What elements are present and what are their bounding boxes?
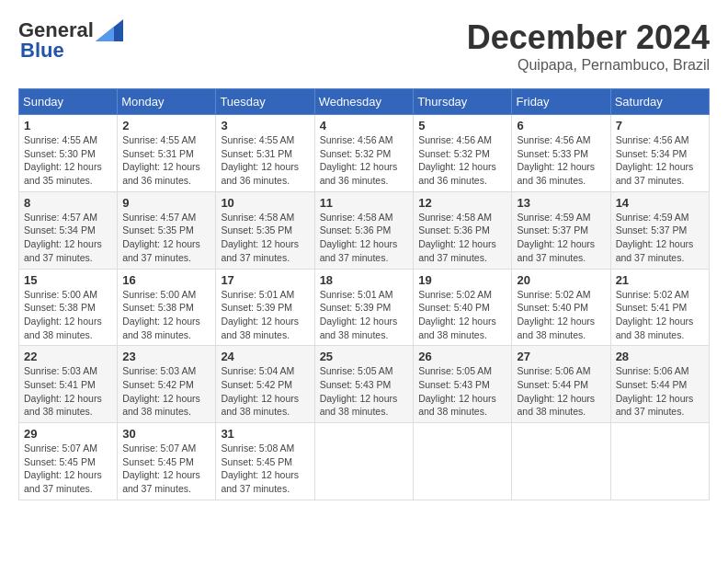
weekday-header: Monday: [118, 89, 216, 115]
calendar-cell: 4 Sunrise: 4:56 AMSunset: 5:32 PMDayligh…: [314, 115, 414, 192]
calendar-table: SundayMondayTuesdayWednesdayThursdayFrid…: [18, 88, 710, 500]
calendar-cell: 31 Sunrise: 5:08 AMSunset: 5:45 PMDaylig…: [216, 423, 314, 500]
day-info: Sunrise: 5:03 AMSunset: 5:41 PMDaylight:…: [24, 365, 102, 417]
day-number: 26: [418, 350, 506, 363]
day-number: 23: [122, 350, 210, 363]
day-info: Sunrise: 4:56 AMSunset: 5:32 PMDaylight:…: [418, 134, 496, 186]
day-info: Sunrise: 5:00 AMSunset: 5:38 PMDaylight:…: [122, 289, 200, 340]
day-info: Sunrise: 5:02 AMSunset: 5:40 PMDaylight:…: [418, 289, 496, 340]
calendar-cell: 7 Sunrise: 4:56 AMSunset: 5:34 PMDayligh…: [610, 115, 709, 192]
calendar-cell: 22 Sunrise: 5:03 AMSunset: 5:41 PMDaylig…: [19, 346, 118, 423]
day-number: 24: [221, 350, 309, 363]
day-info: Sunrise: 4:57 AMSunset: 5:35 PMDaylight:…: [122, 212, 200, 263]
day-info: Sunrise: 5:02 AMSunset: 5:40 PMDaylight:…: [517, 289, 595, 340]
day-number: 8: [24, 196, 112, 210]
calendar-cell: 9 Sunrise: 4:57 AMSunset: 5:35 PMDayligh…: [118, 191, 216, 269]
calendar-cell: 26 Sunrise: 5:05 AMSunset: 5:43 PMDaylig…: [414, 346, 512, 423]
day-info: Sunrise: 4:55 AMSunset: 5:31 PMDaylight:…: [221, 134, 299, 186]
calendar-cell: 18 Sunrise: 5:01 AMSunset: 5:39 PMDaylig…: [314, 269, 414, 346]
calendar-cell: 13 Sunrise: 4:59 AMSunset: 5:37 PMDaylig…: [512, 191, 610, 269]
day-info: Sunrise: 5:08 AMSunset: 5:45 PMDaylight:…: [221, 442, 299, 494]
calendar-cell: 30 Sunrise: 5:07 AMSunset: 5:45 PMDaylig…: [118, 423, 216, 500]
day-number: 3: [221, 119, 309, 132]
weekday-header: Thursday: [414, 89, 512, 115]
weekday-header: Friday: [512, 89, 610, 115]
logo-icon: [96, 19, 123, 41]
calendar-cell: 2 Sunrise: 4:55 AMSunset: 5:31 PMDayligh…: [118, 115, 216, 192]
calendar-cell: 8 Sunrise: 4:57 AMSunset: 5:34 PMDayligh…: [19, 191, 118, 269]
day-number: 9: [122, 196, 210, 210]
calendar-week-row: 15 Sunrise: 5:00 AMSunset: 5:38 PMDaylig…: [19, 269, 710, 346]
day-number: 4: [320, 119, 409, 132]
calendar-week-row: 8 Sunrise: 4:57 AMSunset: 5:34 PMDayligh…: [19, 191, 710, 269]
day-number: 28: [616, 350, 704, 363]
day-info: Sunrise: 4:56 AMSunset: 5:34 PMDaylight:…: [616, 134, 694, 186]
calendar-cell: 24 Sunrise: 5:04 AMSunset: 5:42 PMDaylig…: [216, 346, 314, 423]
day-number: 2: [122, 119, 210, 132]
day-info: Sunrise: 5:05 AMSunset: 5:43 PMDaylight:…: [320, 365, 398, 417]
day-info: Sunrise: 4:56 AMSunset: 5:32 PMDaylight:…: [320, 134, 398, 186]
calendar-cell: 6 Sunrise: 4:56 AMSunset: 5:33 PMDayligh…: [512, 115, 610, 192]
day-number: 5: [418, 119, 506, 132]
day-info: Sunrise: 5:07 AMSunset: 5:45 PMDaylight:…: [24, 442, 102, 494]
day-info: Sunrise: 4:57 AMSunset: 5:34 PMDaylight:…: [24, 212, 102, 263]
day-number: 25: [320, 350, 409, 363]
day-info: Sunrise: 5:06 AMSunset: 5:44 PMDaylight:…: [517, 365, 595, 417]
calendar-cell: 16 Sunrise: 5:00 AMSunset: 5:38 PMDaylig…: [118, 269, 216, 346]
weekday-header: Saturday: [610, 89, 709, 115]
calendar-week-row: 22 Sunrise: 5:03 AMSunset: 5:41 PMDaylig…: [19, 346, 710, 423]
month-title: December 2024: [467, 18, 710, 57]
weekday-header: Wednesday: [314, 89, 414, 115]
calendar-cell: 15 Sunrise: 5:00 AMSunset: 5:38 PMDaylig…: [19, 269, 118, 346]
day-number: 19: [418, 273, 506, 287]
calendar-cell: 21 Sunrise: 5:02 AMSunset: 5:41 PMDaylig…: [610, 269, 709, 346]
calendar-cell: 5 Sunrise: 4:56 AMSunset: 5:32 PMDayligh…: [414, 115, 512, 192]
calendar-cell: 27 Sunrise: 5:06 AMSunset: 5:44 PMDaylig…: [512, 346, 610, 423]
day-number: 29: [24, 427, 112, 441]
location-text: Quipapa, Pernambuco, Brazil: [467, 57, 710, 74]
day-info: Sunrise: 4:58 AMSunset: 5:36 PMDaylight:…: [418, 212, 496, 263]
calendar-cell: 29 Sunrise: 5:07 AMSunset: 5:45 PMDaylig…: [19, 423, 118, 500]
day-info: Sunrise: 4:55 AMSunset: 5:31 PMDaylight:…: [122, 134, 200, 186]
calendar-week-row: 29 Sunrise: 5:07 AMSunset: 5:45 PMDaylig…: [19, 423, 710, 500]
day-info: Sunrise: 5:01 AMSunset: 5:39 PMDaylight:…: [221, 289, 299, 340]
calendar-cell: 19 Sunrise: 5:02 AMSunset: 5:40 PMDaylig…: [414, 269, 512, 346]
day-number: 15: [24, 273, 112, 287]
day-number: 17: [221, 273, 309, 287]
calendar-week-row: 1 Sunrise: 4:55 AMSunset: 5:30 PMDayligh…: [19, 115, 710, 192]
day-number: 10: [221, 196, 309, 210]
day-info: Sunrise: 4:59 AMSunset: 5:37 PMDaylight:…: [616, 212, 694, 263]
day-info: Sunrise: 4:55 AMSunset: 5:30 PMDaylight:…: [24, 134, 102, 186]
weekday-header: Sunday: [19, 89, 118, 115]
title-block: December 2024 Quipapa, Pernambuco, Brazi…: [467, 18, 710, 74]
day-info: Sunrise: 5:04 AMSunset: 5:42 PMDaylight:…: [221, 365, 299, 417]
day-info: Sunrise: 5:07 AMSunset: 5:45 PMDaylight:…: [122, 442, 200, 494]
page-header: General Blue December 2024 Quipapa, Pern…: [18, 18, 710, 74]
day-number: 6: [517, 119, 605, 132]
day-number: 27: [517, 350, 605, 363]
day-info: Sunrise: 4:58 AMSunset: 5:35 PMDaylight:…: [221, 212, 299, 263]
day-info: Sunrise: 4:56 AMSunset: 5:33 PMDaylight:…: [517, 134, 595, 186]
day-info: Sunrise: 5:06 AMSunset: 5:44 PMDaylight:…: [616, 365, 694, 417]
calendar-cell: 17 Sunrise: 5:01 AMSunset: 5:39 PMDaylig…: [216, 269, 314, 346]
day-number: 13: [517, 196, 605, 210]
calendar-cell: 25 Sunrise: 5:05 AMSunset: 5:43 PMDaylig…: [314, 346, 414, 423]
day-number: 14: [616, 196, 704, 210]
day-number: 7: [616, 119, 704, 132]
logo-blue-text: Blue: [20, 39, 64, 62]
calendar-cell: 3 Sunrise: 4:55 AMSunset: 5:31 PMDayligh…: [216, 115, 314, 192]
calendar-cell: 23 Sunrise: 5:03 AMSunset: 5:42 PMDaylig…: [118, 346, 216, 423]
day-info: Sunrise: 5:05 AMSunset: 5:43 PMDaylight:…: [418, 365, 496, 417]
weekday-header: Tuesday: [216, 89, 314, 115]
day-number: 20: [517, 273, 605, 287]
day-info: Sunrise: 5:01 AMSunset: 5:39 PMDaylight:…: [320, 289, 398, 340]
svg-marker-1: [96, 27, 114, 41]
calendar-cell: 20 Sunrise: 5:02 AMSunset: 5:40 PMDaylig…: [512, 269, 610, 346]
calendar-cell: 11 Sunrise: 4:58 AMSunset: 5:36 PMDaylig…: [314, 191, 414, 269]
day-number: 18: [320, 273, 409, 287]
calendar-cell: [414, 423, 512, 500]
day-info: Sunrise: 4:58 AMSunset: 5:36 PMDaylight:…: [320, 212, 398, 263]
day-number: 30: [122, 427, 210, 441]
day-number: 31: [221, 427, 309, 441]
day-number: 1: [24, 119, 112, 132]
